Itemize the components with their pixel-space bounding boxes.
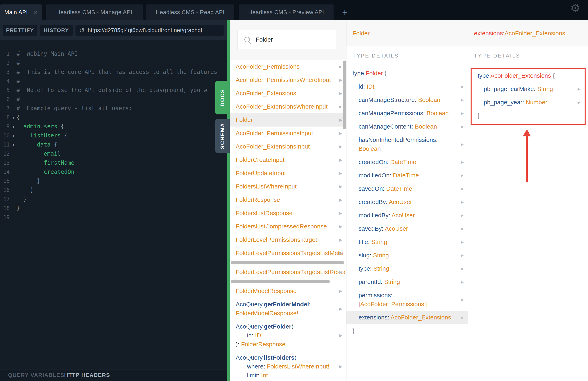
code-line[interactable]: 2#	[0, 58, 227, 67]
type-list-item[interactable]: FolderResponse▶	[230, 193, 346, 207]
code-line[interactable]: 13 firstName	[0, 158, 227, 167]
field-row[interactable]: id: ID!▶	[346, 80, 468, 93]
type-list-item[interactable]: FoldersListResponse▶	[230, 207, 346, 220]
query-list-item[interactable]: AcoQuery.getFolder(id: ID!): FolderRespo…	[230, 320, 346, 351]
api-tab[interactable]: Headless CMS - Manage API	[46, 4, 143, 20]
field-row[interactable]: extensions: AcoFolder_Extensions▶	[346, 311, 468, 324]
code-line[interactable]: 19	[0, 213, 227, 222]
api-tab[interactable]: Main API×	[0, 4, 42, 20]
code-line[interactable]: 3# This is the core API that has access …	[0, 67, 227, 77]
http-headers-tab[interactable]: HTTP HEADERS	[64, 369, 110, 381]
field-row[interactable]: type: String▶	[346, 262, 468, 275]
docs-pane-divider[interactable]	[227, 20, 230, 381]
docs-list-vertical-scrollbar[interactable]	[343, 61, 346, 129]
docs-search-box[interactable]	[237, 30, 336, 49]
code-line[interactable]: 7# Example query - list all users:	[0, 104, 227, 113]
field-line: extensions: AcoFolder_Extensions	[353, 313, 456, 322]
type-list-item[interactable]: AcoFolder_PermissionsWhereInput▶	[230, 73, 346, 86]
api-tab[interactable]: Headless CMS - Preview API	[239, 4, 334, 20]
code-line[interactable]: 10▾ listUsers {	[0, 131, 227, 140]
field-row[interactable]: slug: String▶	[346, 249, 468, 262]
code-line[interactable]: 18}	[0, 204, 227, 213]
type-list-item[interactable]: FolderUpdateInput▶	[230, 167, 346, 180]
schema-side-tab[interactable]: SCHEMA	[215, 119, 230, 153]
field-row[interactable]: }	[346, 324, 468, 338]
field-row[interactable]: permissions:[AcoFolder_Permissions!]▶	[346, 289, 468, 311]
text-segment: id	[358, 83, 363, 90]
field-row[interactable]: }	[472, 109, 585, 122]
code-line[interactable]: 11▾ data {	[0, 140, 227, 149]
type-list-item[interactable]: FoldersListWhereInput▶	[230, 180, 346, 193]
api-tab[interactable]: Headless CMS - Read API	[146, 4, 234, 20]
field-row[interactable]: savedBy: AcoUser▶	[346, 222, 468, 235]
search-input[interactable]	[256, 36, 328, 43]
horizontal-scrollbar-thumb[interactable]	[231, 280, 330, 283]
type-list-item[interactable]: FoldersListCompressedResponse▶	[230, 220, 346, 233]
code-line[interactable]: 1# Webiny Main API	[0, 49, 227, 58]
code-line[interactable]: 14 createdOn	[0, 167, 227, 176]
docs-side-tab[interactable]: DOCS	[215, 81, 230, 114]
type-list-item[interactable]: Folder▶	[230, 113, 346, 127]
field-row[interactable]: canManagePermissions: Boolean▶	[346, 106, 468, 120]
field-row[interactable]: modifiedOn: DateTime▶	[346, 169, 468, 182]
prettify-button[interactable]: PRETTIFY	[3, 25, 37, 36]
horizontal-scrollbar-thumb[interactable]	[231, 261, 344, 264]
code-line[interactable]: 15 }	[0, 176, 227, 186]
type-list-item[interactable]: AcoFolder_ExtensionsInput▶	[230, 140, 346, 153]
field-line: type Folder {	[353, 69, 456, 78]
field-row[interactable]: type AcoFolder_Extensions {	[472, 69, 585, 82]
code-line[interactable]: 12 email	[0, 149, 227, 158]
close-tab-icon[interactable]: ×	[34, 9, 38, 16]
code-line[interactable]: 17 }	[0, 194, 227, 204]
field-line: createdBy: AcoUser	[353, 198, 456, 207]
query-list-line: ): FolderResponse	[236, 340, 334, 349]
code-line[interactable]: 6#	[0, 95, 227, 104]
settings-gear-icon[interactable]: ⚙	[570, 2, 580, 14]
field-row[interactable]: modifiedBy: AcoUser▶	[346, 209, 468, 222]
query-list-item[interactable]: AcoQuery.getFolderModel:FolderModelRespo…	[230, 298, 346, 320]
type-list-item[interactable]: AcoFolder_PermissionsInput▶	[230, 127, 346, 140]
type-list-item[interactable]: FolderLevelPermissionsTarget▶	[230, 233, 346, 246]
field-row[interactable]: canManageContent: Boolean▶	[346, 120, 468, 133]
field-row[interactable]: pb_page_carMake: String▶	[472, 82, 585, 96]
field-line: createdOn: DateTime	[353, 158, 456, 167]
text-segment: (	[294, 354, 296, 361]
field-row[interactable]: createdOn: DateTime▶	[346, 155, 468, 169]
chevron-right-icon: ▶	[339, 145, 342, 148]
fold-arrow-icon[interactable]: ▾	[10, 133, 17, 138]
reload-icon[interactable]: ↺	[79, 27, 85, 34]
query-editor[interactable]: 1# Webiny Main API2#3# This is the core …	[0, 40, 227, 369]
code-line[interactable]: 9▾ adminUsers {	[0, 122, 227, 131]
endpoint-url-bar[interactable]: ↺ https://d2785gi4qi6pw8.cloudfront.net/…	[75, 25, 224, 36]
type-list-item[interactable]: FolderLevelPermissionsTargetsListMeta▶	[230, 246, 346, 260]
code-line[interactable]: 4#	[0, 77, 227, 85]
fold-arrow-icon[interactable]: ▾	[10, 142, 17, 147]
history-button[interactable]: HISTORY	[40, 25, 73, 36]
field-row[interactable]: canManageStructure: Boolean▶	[346, 93, 468, 106]
text-segment: (	[291, 323, 294, 330]
code-line[interactable]: 8▾{	[0, 113, 227, 122]
fold-arrow-icon[interactable]: ▾	[10, 115, 17, 120]
type-list-item[interactable]: FolderCreateInput▶	[230, 153, 346, 167]
type-list-item[interactable]: AcoFolder_Permissions▶	[230, 60, 346, 73]
field-row[interactable]: createdBy: AcoUser▶	[346, 195, 468, 209]
field-row[interactable]: type Folder {	[346, 67, 468, 80]
horizontal-scrollbar[interactable]	[230, 260, 346, 265]
chevron-right-icon: ▶	[461, 267, 464, 271]
type-list-item[interactable]: FolderLevelPermissionsTargetsListRespons…	[230, 265, 346, 279]
field-row[interactable]: hasNonInheritedPermissions:Boolean▶	[346, 133, 468, 155]
field-row[interactable]: pb_page_year: Number▶	[472, 96, 585, 109]
fold-arrow-icon[interactable]: ▾	[10, 124, 17, 129]
code-line[interactable]: 5# Note: to use the API outside of the p…	[0, 85, 227, 95]
field-row[interactable]: parentId: String▶	[346, 275, 468, 289]
add-tab-button[interactable]: +	[339, 4, 351, 20]
query-list-item[interactable]: AcoQuery.listFolders(where: FoldersListW…	[230, 351, 346, 381]
field-row[interactable]: title: String▶	[346, 235, 468, 249]
field-row[interactable]: savedOn: DateTime▶	[346, 182, 468, 195]
code-line[interactable]: 16 }	[0, 186, 227, 194]
type-list-item[interactable]: AcoFolder_ExtensionsWhereInput▶	[230, 100, 346, 113]
horizontal-scrollbar[interactable]	[230, 279, 346, 284]
type-list-item[interactable]: FolderModelResponse▶	[230, 284, 346, 298]
query-variables-tab[interactable]: QUERY VARIABLES	[8, 369, 64, 381]
type-list-item[interactable]: AcoFolder_Extensions▶	[230, 86, 346, 100]
